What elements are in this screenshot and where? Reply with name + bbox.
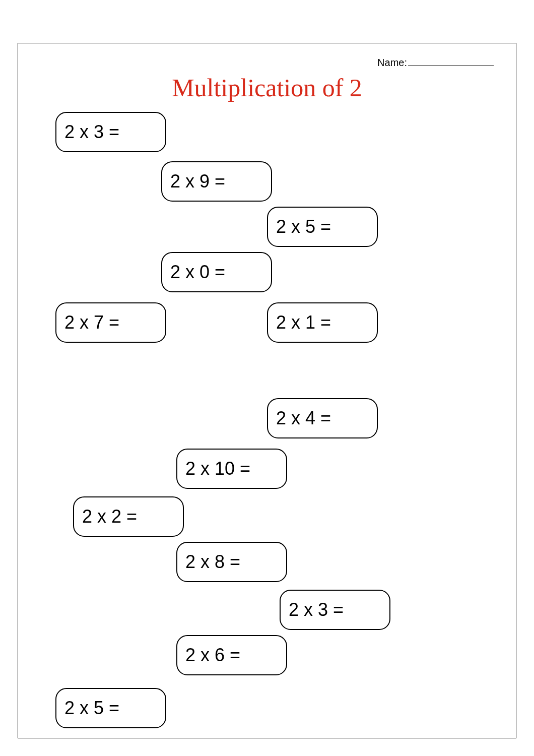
problem-text: 2 x 5 = — [276, 216, 331, 237]
problem-box[interactable]: 2 x 7 = — [55, 302, 166, 343]
name-field: Name: — [377, 57, 494, 69]
problem-box[interactable]: 2 x 5 = — [55, 688, 166, 728]
problem-text: 2 x 3 = — [289, 599, 344, 620]
problem-text: 2 x 9 = — [170, 171, 225, 192]
problem-text: 2 x 2 = — [82, 506, 137, 527]
problem-box[interactable]: 2 x 3 = — [55, 112, 166, 152]
problem-box[interactable]: 2 x 2 = — [73, 496, 184, 537]
name-input-line[interactable] — [408, 66, 494, 66]
problem-text: 2 x 3 = — [64, 121, 119, 143]
problem-text: 2 x 1 = — [276, 312, 331, 333]
problem-text: 2 x 4 = — [276, 408, 331, 429]
problem-box[interactable]: 2 x 6 = — [176, 635, 287, 675]
problem-box[interactable]: 2 x 8 = — [176, 542, 287, 582]
problem-text: 2 x 10 = — [185, 458, 250, 479]
problem-box[interactable]: 2 x 9 = — [161, 161, 272, 202]
problem-text: 2 x 5 = — [64, 698, 119, 719]
problem-box[interactable]: 2 x 3 = — [280, 590, 390, 630]
worksheet-title: Multiplication of 2 — [0, 73, 534, 102]
problem-text: 2 x 7 = — [64, 312, 119, 333]
problem-box[interactable]: 2 x 10 = — [176, 449, 287, 489]
problem-text: 2 x 0 = — [170, 262, 225, 283]
problem-box[interactable]: 2 x 4 = — [267, 398, 378, 438]
problem-text: 2 x 8 = — [185, 551, 240, 573]
problem-box[interactable]: 2 x 5 = — [267, 207, 378, 247]
problem-box[interactable]: 2 x 1 = — [267, 302, 378, 343]
problem-text: 2 x 6 = — [185, 645, 240, 666]
problem-box[interactable]: 2 x 0 = — [161, 252, 272, 292]
name-label: Name: — [377, 57, 407, 69]
